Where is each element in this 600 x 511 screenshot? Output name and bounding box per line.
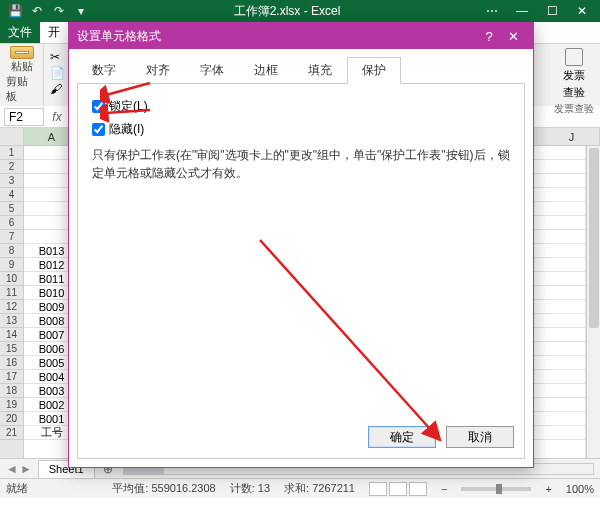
sheet-prev-icon[interactable]: ◄	[6, 462, 18, 476]
dialog-close-icon[interactable]: ✕	[501, 29, 525, 44]
sheet-next-icon[interactable]: ►	[20, 462, 32, 476]
row-header[interactable]: 13	[0, 314, 23, 328]
row-header[interactable]: 5	[0, 202, 23, 216]
paste-icon[interactable]	[10, 46, 34, 59]
row-header[interactable]: 4	[0, 188, 23, 202]
row-header[interactable]: 9	[0, 258, 23, 272]
row-header[interactable]: 8	[0, 244, 23, 258]
zoom-in-icon[interactable]: +	[545, 483, 551, 495]
status-avg: 平均值: 559016.2308	[112, 481, 215, 496]
undo-icon[interactable]: ↶	[28, 2, 46, 20]
status-count: 计数: 13	[230, 481, 270, 496]
name-box[interactable]: F2	[4, 108, 44, 126]
save-icon[interactable]: 💾	[6, 2, 24, 20]
row-header[interactable]: 14	[0, 328, 23, 342]
dlg-tab-fill[interactable]: 填充	[293, 57, 347, 84]
dlg-tab-number[interactable]: 数字	[77, 57, 131, 84]
dlg-tab-protect[interactable]: 保护	[347, 57, 401, 84]
row-header[interactable]: 6	[0, 216, 23, 230]
select-all-corner[interactable]	[0, 128, 24, 145]
row-header[interactable]: 3	[0, 174, 23, 188]
close-window-icon[interactable]: ✕	[568, 2, 596, 20]
row-header[interactable]: 10	[0, 272, 23, 286]
tab-file[interactable]: 文件	[0, 22, 40, 43]
invoice-group-label: 发票查验	[554, 102, 594, 116]
view-layout-icon[interactable]	[389, 482, 407, 496]
row-header[interactable]: 19	[0, 398, 23, 412]
invoice-label: 发票	[563, 68, 585, 83]
dialog-title: 设置单元格格式	[77, 28, 161, 45]
col-header-j[interactable]: J	[544, 128, 600, 145]
row-header[interactable]: 18	[0, 384, 23, 398]
row-header[interactable]: 21	[0, 426, 23, 440]
row-header[interactable]: 2	[0, 160, 23, 174]
row-header[interactable]: 1	[0, 146, 23, 160]
tab-partial[interactable]: 开	[40, 22, 68, 43]
row-header[interactable]: 16	[0, 356, 23, 370]
lock-checkbox-row[interactable]: 锁定(L)	[92, 98, 510, 115]
zoom-out-icon[interactable]: −	[441, 483, 447, 495]
lock-label: 锁定(L)	[109, 98, 148, 115]
row-header[interactable]: 15	[0, 342, 23, 356]
status-ready: 就绪	[6, 481, 28, 496]
fx-icon[interactable]: fx	[48, 110, 66, 124]
vertical-scrollbar[interactable]	[586, 146, 600, 458]
dlg-tab-border[interactable]: 边框	[239, 57, 293, 84]
copy-icon[interactable]: 📄	[50, 66, 65, 80]
row-header[interactable]: 17	[0, 370, 23, 384]
clipboard-group-label: 剪贴板	[6, 74, 37, 104]
minimize-icon[interactable]: —	[508, 2, 536, 20]
row-header[interactable]: 20	[0, 412, 23, 426]
check-label: 查验	[563, 85, 585, 100]
invoice-check-icon[interactable]	[565, 48, 583, 66]
view-normal-icon[interactable]	[369, 482, 387, 496]
maximize-icon[interactable]: ☐	[538, 2, 566, 20]
lock-checkbox[interactable]	[92, 100, 105, 113]
zoom-level: 100%	[566, 483, 594, 495]
ribbon-options-icon[interactable]: ⋯	[478, 2, 506, 20]
cut-icon[interactable]: ✂	[50, 50, 65, 64]
hide-checkbox[interactable]	[92, 123, 105, 136]
redo-icon[interactable]: ↷	[50, 2, 68, 20]
dlg-tab-font[interactable]: 字体	[185, 57, 239, 84]
status-sum: 求和: 7267211	[284, 481, 355, 496]
ok-button[interactable]: 确定	[368, 426, 436, 448]
row-header[interactable]: 12	[0, 300, 23, 314]
row-header[interactable]: 7	[0, 230, 23, 244]
hide-label: 隐藏(I)	[109, 121, 144, 138]
zoom-slider[interactable]	[461, 487, 531, 491]
hide-checkbox-row[interactable]: 隐藏(I)	[92, 121, 510, 138]
format-painter-icon[interactable]: 🖌	[50, 82, 65, 96]
cancel-button[interactable]: 取消	[446, 426, 514, 448]
protect-note: 只有保护工作表(在"审阅"选项卡上的"更改"组中，单击"保护工作表"按钮)后，锁…	[92, 146, 510, 182]
window-title: 工作簿2.xlsx - Excel	[96, 3, 478, 20]
dialog-help-icon[interactable]: ?	[477, 29, 501, 44]
view-pagebreak-icon[interactable]	[409, 482, 427, 496]
format-cells-dialog: 设置单元格格式 ? ✕ 数字 对齐 字体 边框 填充 保护 锁定(L) 隐藏(I…	[68, 22, 534, 468]
paste-label: 粘贴	[11, 59, 33, 74]
qat-more-icon[interactable]: ▾	[72, 2, 90, 20]
dlg-tab-align[interactable]: 对齐	[131, 57, 185, 84]
row-header[interactable]: 11	[0, 286, 23, 300]
